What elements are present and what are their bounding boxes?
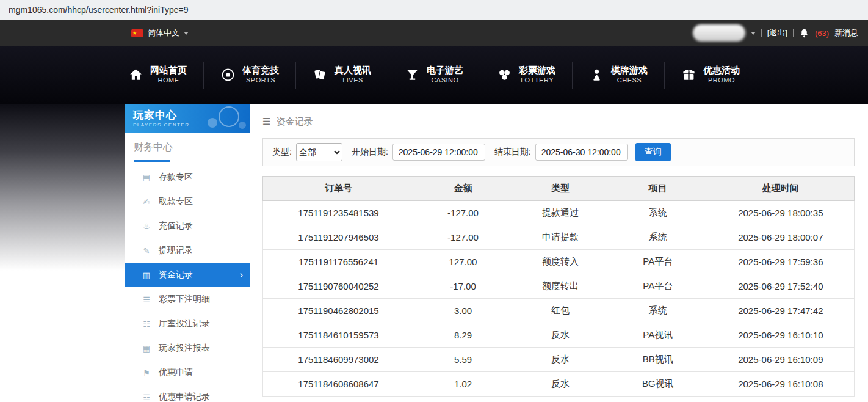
language-selector[interactable]: 简体中文	[131, 27, 189, 38]
column-header: 项目	[609, 177, 707, 201]
nav-item-lives[interactable]: 真人视讯LIVES	[295, 62, 388, 89]
table-cell: 2025-06-29 18:00:35	[707, 201, 854, 225]
sidebar-item-funds-records[interactable]: ▥资金记录›	[125, 263, 250, 287]
user-menu-chevron-icon[interactable]	[751, 32, 756, 35]
table-cell: 申请提款	[512, 225, 609, 250]
sports-icon	[220, 67, 236, 82]
sidebar-item-player-bet-report[interactable]: ▦玩家投注报表›	[125, 336, 250, 360]
start-date-input[interactable]	[392, 144, 485, 161]
nav-item-text: 体育竞技SPORTS	[242, 65, 279, 85]
china-flag-icon	[131, 29, 143, 37]
sidebar-item-label: 玩家投注报表	[159, 343, 210, 354]
nav-label-zh: 优惠活动	[703, 65, 740, 76]
nav-item-lottery[interactable]: 彩票游戏LOTTERY	[480, 62, 572, 89]
username-redacted[interactable]	[693, 24, 745, 42]
start-date-label: 开始日期:	[352, 147, 388, 158]
nav-item-sports[interactable]: 体育竞技SPORTS	[203, 62, 295, 89]
sidebar-item-label: 充值记录	[159, 221, 193, 232]
table-cell: 5.59	[414, 348, 512, 372]
address-bar[interactable]: mgm1065.com/hhcp/usercenter.html?iniType…	[0, 0, 868, 20]
sidebar-section-title: 财务中心	[125, 133, 250, 161]
table-cell: BG视讯	[609, 372, 707, 397]
sidebar-item-hall-bet-records[interactable]: ☷厅室投注记录›	[125, 312, 250, 336]
chevron-right-icon: ›	[240, 270, 243, 280]
messages-label[interactable]: 新消息	[834, 27, 858, 38]
nav-label-zh: 棋牌游戏	[611, 65, 648, 76]
casino-icon	[405, 67, 420, 82]
table-cell: -127.00	[414, 225, 512, 250]
sidebar-item-promo-apply[interactable]: ⚑优惠申请›	[125, 360, 250, 385]
column-header: 金额	[414, 177, 512, 201]
table-row: 1751191176556241127.00额度转入PA平台2025-06-29…	[263, 250, 855, 274]
table-cell: 127.00	[414, 250, 512, 274]
table-cell: 额度转入	[512, 250, 609, 274]
end-date-label: 结束日期:	[494, 147, 531, 158]
sidebar-item-deposit-zone[interactable]: ▤存款专区›	[125, 165, 250, 189]
nav-label-zh: 真人视讯	[335, 65, 371, 76]
page-url[interactable]: mgm1065.com/hhcp/usercenter.html?iniType…	[9, 5, 189, 15]
table-row: 17511846101595738.29反水PA视讯2025-06-29 16:…	[263, 323, 855, 348]
sidebar-menu: ▤存款专区›✍取款专区›♨充值记录›✎提现记录›▥资金记录›☰彩票下注明细›☷厅…	[125, 161, 250, 402]
top-bar: 简体中文 [退出] (63) 新消息	[0, 20, 868, 46]
logout-link[interactable]: [退出]	[767, 27, 787, 38]
nav-item-text: 网站首页HOME	[150, 65, 187, 85]
table-cell: 2025-06-29 16:10:10	[707, 323, 854, 348]
chevron-down-icon	[184, 32, 189, 35]
type-label: 类型:	[272, 147, 292, 158]
nav-item-text: 优惠活动PROMO	[703, 65, 740, 85]
funds-icon: ▥	[142, 271, 151, 280]
nav-item-promo[interactable]: 优惠活动PROMO	[664, 62, 756, 89]
sidebar-header: 玩家中心 PLAYERS CENTER	[125, 104, 250, 133]
nav-item-casino[interactable]: 电子游艺CASINO	[388, 62, 480, 89]
sidebar-item-withdrawal-records[interactable]: ✎提现记录›	[125, 238, 250, 263]
nav-item-home[interactable]: 网站首页HOME	[112, 62, 203, 89]
search-button[interactable]: 查询	[635, 143, 671, 161]
table-cell: 额度转出	[512, 274, 609, 299]
nav-label-en: SPORTS	[246, 76, 275, 85]
sidebar-item-label: 提现记录	[159, 245, 193, 256]
left-gradient-decoration	[0, 104, 125, 293]
sidebar-item-withdraw-zone[interactable]: ✍取款专区›	[125, 189, 250, 214]
table-row: 1751190760040252-17.00额度转出PA平台2025-06-29…	[263, 274, 855, 299]
sidebar-item-label: 彩票下注明细	[159, 294, 210, 305]
column-header: 订单号	[263, 177, 414, 201]
cards-icon	[313, 67, 328, 82]
records-body: 1751191235481539-127.00提款通过系统2025-06-29 …	[263, 201, 855, 397]
table-cell: 2025-06-29 17:52:40	[707, 274, 854, 299]
hamburger-menu-icon[interactable]: ☰	[262, 116, 270, 127]
table-cell: BB视讯	[609, 348, 707, 372]
table-cell: 2025-06-29 17:47:42	[707, 299, 854, 323]
messages-count[interactable]: (63)	[815, 29, 829, 38]
decorative-circle	[208, 118, 217, 128]
nav-label-en: LIVES	[342, 76, 363, 85]
divider	[761, 29, 762, 37]
nav-label-en: PROMO	[708, 76, 735, 85]
sidebar-item-promo-apply-records[interactable]: ☲优惠申请记录›	[125, 385, 250, 402]
table-cell: -127.00	[414, 201, 512, 225]
nav-label-en: CHESS	[617, 76, 642, 85]
nav-item-chess[interactable]: 棋牌游戏CHESS	[572, 62, 664, 89]
bet-report-icon: ▦	[142, 344, 151, 353]
end-date-input[interactable]	[535, 144, 628, 161]
table-row: 1751191207946503-127.00申请提款系统2025-06-29 …	[263, 225, 855, 250]
promo-icon	[681, 67, 696, 82]
sidebar-item-label: 存款专区	[159, 172, 193, 183]
decorative-circle	[219, 106, 239, 127]
sidebar-item-label: 优惠申请记录	[159, 392, 210, 402]
table-cell: 反水	[512, 323, 609, 348]
home-icon	[128, 67, 143, 82]
sidebar-item-lottery-bet-details[interactable]: ☰彩票下注明细›	[125, 287, 250, 312]
nav-item-text: 彩票游戏LOTTERY	[519, 65, 555, 85]
table-cell: 1.02	[414, 372, 512, 397]
table-cell: PA平台	[609, 250, 707, 274]
nav-item-text: 真人视讯LIVES	[335, 65, 371, 85]
table-cell: 红包	[512, 299, 609, 323]
type-select[interactable]: 全部	[296, 143, 342, 161]
chess-icon	[589, 67, 604, 82]
sidebar-item-recharge-records[interactable]: ♨充值记录›	[125, 214, 250, 238]
language-label: 简体中文	[148, 27, 179, 38]
table-cell: 反水	[512, 348, 609, 372]
sidebar-item-label: 厅室投注记录	[159, 318, 210, 329]
bell-icon[interactable]	[799, 28, 809, 38]
nav-item-text: 电子游艺CASINO	[427, 65, 463, 85]
